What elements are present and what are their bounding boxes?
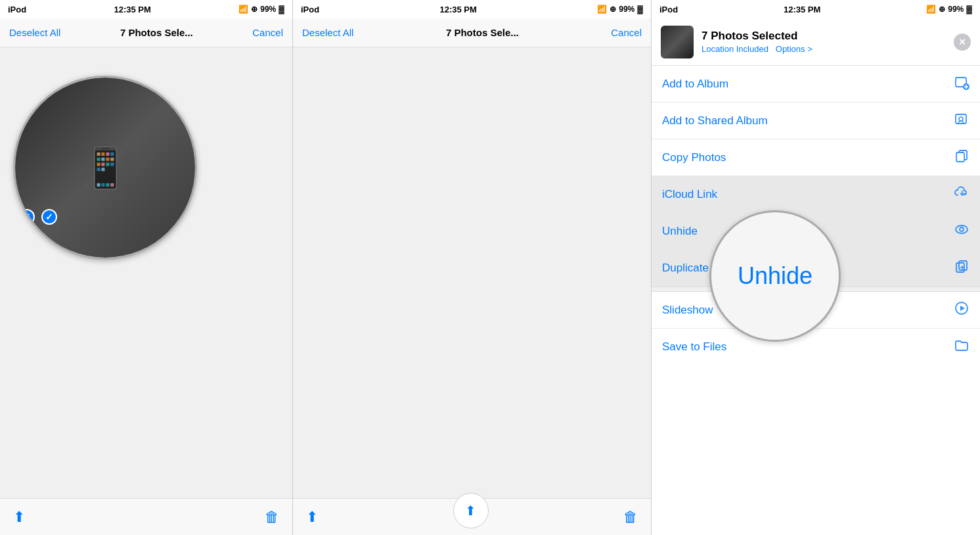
svg-marker-16: [960, 306, 965, 311]
signal-icon-3: ⊕: [939, 5, 945, 14]
share-item-label-save-files: Save to Files: [662, 340, 726, 354]
share-thumbnail: [661, 26, 694, 58]
share-item-label-copy: Copy Photos: [662, 151, 726, 164]
deselect-all-btn-2[interactable]: Deselect All: [302, 27, 353, 38]
share-title: 7 Photos Selected: [702, 30, 946, 43]
device-name-2: iPod: [301, 5, 319, 14]
share-header: 7 Photos Selected Location Included Opti…: [652, 18, 980, 66]
toolbar-2: ⬆ ⬆ 🗑: [293, 498, 651, 535]
share-item-icon-unhide: [954, 221, 969, 241]
share-item-copy-photos[interactable]: Copy Photos: [652, 139, 980, 176]
share-item-icon-copy: [954, 148, 969, 167]
cancel-btn-1[interactable]: Cancel: [252, 27, 283, 38]
photo-grid-1: 📚 📚 🌿 ✓ 📖 ✓ 📱 📷 ✓ 📕: [0, 47, 292, 498]
battery-pct-2: 99%: [619, 5, 635, 14]
deselect-all-btn-1[interactable]: Deselect All: [9, 27, 60, 38]
battery-icon-1: ▓: [278, 5, 284, 14]
svg-point-10: [960, 227, 964, 231]
share-list: Add to Album Add to Shared Album: [652, 66, 980, 535]
signal-icon-1: ⊕: [251, 5, 257, 14]
share-item-add-to-album[interactable]: Add to Album: [652, 66, 980, 103]
panel-left: iPod 12:35 PM 📶 ⊕ 99% ▓ Deselect All 7 P…: [0, 0, 293, 535]
time-2: 12:35 PM: [440, 5, 477, 14]
share-item-duplicate[interactable]: Duplicate: [652, 250, 980, 287]
share-center-btn[interactable]: ⬆: [453, 493, 489, 528]
share-item-icloud-link[interactable]: iCloud Link: [652, 176, 980, 213]
share-item-icon-icloud: [954, 185, 969, 204]
status-icons-3: 📶 ⊕ 99% ▓: [926, 5, 972, 14]
share-item-label-add-to-album: Add to Album: [662, 78, 728, 91]
time-3: 12:35 PM: [784, 5, 820, 14]
battery-icon-2: ▓: [637, 5, 643, 14]
share-item-label-slideshow: Slideshow: [662, 304, 713, 317]
share-item-unhide[interactable]: Unhide: [652, 213, 980, 250]
share-item-icon-add-to-album: [954, 74, 969, 93]
toolbar-1: ⬆ 🗑: [0, 498, 292, 535]
panel-middle: iPod 12:35 PM 📶 ⊕ 99% ▓ Deselect All 7 P…: [293, 0, 652, 535]
time-1: 12:35 PM: [114, 5, 151, 14]
share-center-icon: ⬆: [465, 503, 476, 519]
share-subtitle: Location Included Options >: [702, 44, 946, 54]
nav-title-1: 7 Photos Sele...: [120, 27, 193, 38]
share-item-label-duplicate: Duplicate: [662, 262, 709, 275]
nav-bar-1: Deselect All 7 Photos Sele... Cancel: [0, 18, 292, 47]
wifi-icon-3: 📶: [926, 5, 936, 14]
share-item-save-to-files[interactable]: Save to Files: [652, 329, 980, 365]
share-divider: [652, 287, 980, 292]
wifi-icon-1: 📶: [238, 5, 248, 14]
svg-point-5: [959, 117, 963, 121]
share-title-block: 7 Photos Selected Location Included Opti…: [702, 30, 946, 54]
photo-grid-2: 📚 📚 ✓ 🌿 ✓ 📖 ✓ 📱 ✓ 📷 ✓: [293, 47, 651, 498]
share-item-icon-slideshow: [954, 300, 969, 319]
share-item-add-to-shared-album[interactable]: Add to Shared Album: [652, 103, 980, 139]
share-icon-2[interactable]: ⬆: [306, 509, 318, 526]
device-name-3: iPod: [659, 5, 678, 14]
device-name-1: iPod: [8, 5, 26, 14]
share-item-label-icloud: iCloud Link: [662, 188, 717, 201]
battery-icon-3: ▓: [966, 5, 972, 14]
status-bar-1: iPod 12:35 PM 📶 ⊕ 99% ▓: [0, 0, 292, 18]
share-item-label-shared-album: Add to Shared Album: [662, 114, 768, 128]
share-item-icon-save-files: [954, 338, 969, 357]
status-bar-3: iPod 12:35 PM 📶 ⊕ 99% ▓: [652, 0, 980, 18]
share-icon-1[interactable]: ⬆: [13, 509, 25, 526]
delete-icon-2[interactable]: 🗑: [623, 509, 638, 526]
battery-pct-3: 99%: [948, 5, 964, 14]
signal-icon-2: ⊕: [610, 5, 616, 14]
status-icons-2: 📶 ⊕ 99% ▓: [597, 5, 643, 14]
share-subtitle-text: Location Included: [702, 44, 768, 54]
share-close-btn[interactable]: ✕: [954, 34, 971, 51]
svg-point-9: [956, 225, 968, 233]
share-options-link[interactable]: Options >: [776, 44, 813, 54]
svg-rect-4: [956, 114, 966, 124]
svg-rect-7: [956, 152, 964, 162]
share-item-label-unhide: Unhide: [662, 225, 698, 238]
status-bar-2: iPod 12:35 PM 📶 ⊕ 99% ▓: [293, 0, 651, 18]
panel-right: iPod 12:35 PM 📶 ⊕ 99% ▓ 7 Photos Selecte…: [652, 0, 980, 535]
cancel-btn-2[interactable]: Cancel: [611, 27, 642, 38]
share-item-icon-shared-album: [954, 111, 969, 130]
wifi-icon-2: 📶: [597, 5, 607, 14]
nav-title-2: 7 Photos Sele...: [446, 27, 519, 38]
delete-icon-1[interactable]: 🗑: [265, 509, 279, 526]
battery-pct-1: 99%: [260, 5, 276, 14]
nav-bar-2: Deselect All 7 Photos Sele... Cancel: [293, 18, 651, 47]
status-icons-1: 📶 ⊕ 99% ▓: [238, 5, 284, 14]
share-item-icon-duplicate: [954, 258, 969, 277]
share-item-slideshow[interactable]: Slideshow: [652, 292, 980, 329]
